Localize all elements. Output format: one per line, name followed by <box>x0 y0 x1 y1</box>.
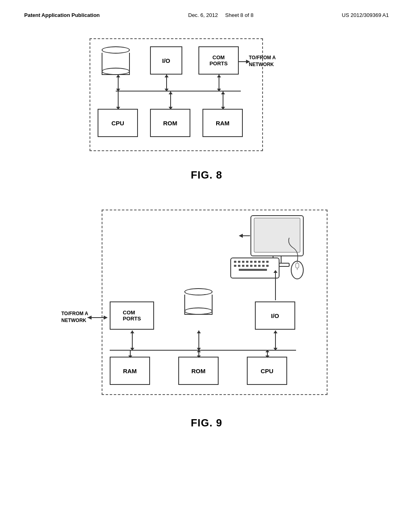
fig9-arrow-db-v <box>195 330 203 351</box>
svg-marker-63 <box>273 348 277 351</box>
svg-rect-44 <box>246 265 248 267</box>
header-date: Dec. 6, 2012 <box>188 12 218 18</box>
fig9-io-box: I/O <box>255 301 295 330</box>
fig9-cylinder-top <box>184 288 213 295</box>
svg-marker-72 <box>265 350 269 352</box>
fig8-arrow-io-up <box>163 75 171 91</box>
svg-rect-32 <box>234 261 236 263</box>
fig9-cpu-box: CPU <box>247 357 287 385</box>
fig8-db-cylinder <box>102 46 130 75</box>
svg-marker-9 <box>165 75 169 77</box>
svg-rect-34 <box>242 261 244 263</box>
svg-rect-39 <box>262 261 265 263</box>
fig8-rom-box: ROM <box>150 109 190 137</box>
svg-marker-68 <box>197 355 201 358</box>
fig9-arrow-com-v <box>128 330 136 351</box>
fig9-arrow-io-v <box>271 330 280 351</box>
svg-marker-64 <box>273 330 277 333</box>
svg-marker-58 <box>130 330 134 333</box>
fig8-arrow-bus-rom-up <box>167 91 175 110</box>
svg-marker-71 <box>265 355 269 358</box>
fig9-rom-box: ROM <box>178 357 219 385</box>
svg-rect-36 <box>250 261 252 263</box>
fig8-arrow-db-up <box>114 75 122 91</box>
svg-rect-43 <box>242 265 244 267</box>
page-header: Patent Application Publication Dec. 6, 2… <box>24 12 389 18</box>
fig8-cpu-box: CPU <box>98 109 138 137</box>
svg-rect-53 <box>296 263 299 268</box>
fig9-section: TO/FROM ANETWORK <box>24 202 389 429</box>
fig8-com-ports-box: COMPORTS <box>198 46 239 75</box>
fig8-io-box: I/O <box>150 46 182 75</box>
svg-rect-46 <box>254 265 257 267</box>
svg-rect-50 <box>239 269 267 271</box>
svg-rect-41 <box>234 265 236 267</box>
svg-rect-38 <box>258 261 261 263</box>
svg-marker-15 <box>116 107 120 110</box>
fig8-diagram: I/O COMPORTS TO/FROM ANETWORK <box>86 34 327 163</box>
fig9-cylinder-bottom-ellipse <box>184 308 213 315</box>
cylinder-bottom-ellipse <box>102 68 130 75</box>
svg-marker-19 <box>169 91 173 94</box>
svg-rect-28 <box>254 218 300 252</box>
svg-marker-13 <box>217 75 221 77</box>
fig9-arrow-bus-ram <box>126 350 134 358</box>
fig9-to-from-label: TO/FROM ANETWORK <box>61 310 88 324</box>
svg-marker-23 <box>221 91 225 94</box>
svg-rect-48 <box>262 265 265 267</box>
svg-marker-25 <box>104 316 108 320</box>
svg-rect-45 <box>250 265 252 267</box>
fig9-arrow-bus-rom <box>195 350 203 358</box>
fig9-db-cylinder <box>184 288 213 315</box>
fig9-computer-illustration <box>219 212 311 292</box>
fig8-label: FIG. 8 <box>191 169 222 181</box>
fig9-ram-box: RAM <box>110 357 150 385</box>
svg-rect-42 <box>238 265 240 267</box>
svg-marker-26 <box>88 316 92 320</box>
fig8-arrow-bus-ram-up <box>219 91 227 110</box>
fig9-label: FIG. 9 <box>191 417 222 429</box>
header-center: Dec. 6, 2012 Sheet 8 of 8 <box>188 12 254 18</box>
svg-marker-55 <box>239 234 243 238</box>
svg-rect-49 <box>266 265 269 267</box>
page: Patent Application Publication Dec. 6, 2… <box>0 0 413 532</box>
cylinder-top <box>102 46 130 54</box>
svg-rect-47 <box>258 265 261 267</box>
fig9-diagram: TO/FROM ANETWORK <box>61 202 352 411</box>
svg-marker-66 <box>128 355 132 358</box>
header-right: US 2012/309369 A1 <box>342 12 389 18</box>
svg-marker-1 <box>246 60 250 64</box>
header-sheet: Sheet 8 of 8 <box>225 12 253 18</box>
fig8-arrow-to-network <box>238 58 250 66</box>
svg-marker-5 <box>116 75 120 77</box>
svg-rect-33 <box>238 261 240 263</box>
svg-rect-40 <box>266 261 269 263</box>
header-left: Patent Application Publication <box>24 12 100 18</box>
fig8-section: I/O COMPORTS TO/FROM ANETWORK <box>24 34 389 181</box>
svg-marker-74 <box>273 270 277 273</box>
svg-marker-61 <box>197 330 201 333</box>
fig8-arrow-com-up <box>215 75 223 91</box>
svg-marker-69 <box>197 350 201 352</box>
fig9-arrow-io-up <box>271 270 280 302</box>
svg-rect-37 <box>254 261 257 263</box>
svg-rect-35 <box>246 261 248 263</box>
fig8-ram-box: RAM <box>202 109 243 137</box>
fig8-to-from-label: TO/FROM ANETWORK <box>249 54 276 68</box>
fig9-arrow-network <box>88 314 108 322</box>
fig8-arrow-bus-cpu <box>114 91 122 110</box>
fig9-arrow-bus-cpu <box>263 350 271 358</box>
fig9-com-ports-box: COMPORTS <box>110 301 154 330</box>
